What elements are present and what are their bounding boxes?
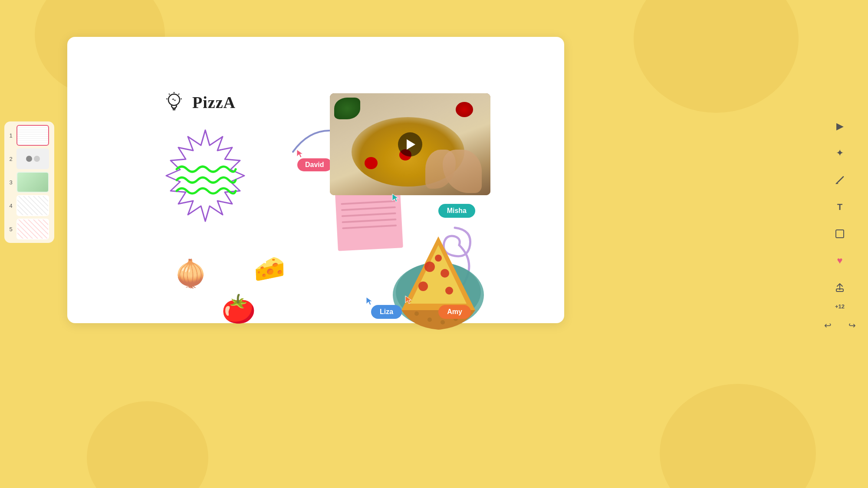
slide-number-5: 5 — [8, 226, 14, 233]
svg-point-18 — [427, 318, 432, 322]
sticky-line-3 — [342, 213, 396, 217]
redo-button[interactable]: ↪ — [841, 314, 863, 337]
liza-label: Liza — [371, 305, 402, 319]
magic-tool-button[interactable]: ✦ — [829, 142, 851, 164]
red-fruit — [456, 102, 473, 117]
more-tools-button[interactable]: +12 — [835, 303, 845, 310]
tomato-emoji: 🍅 — [221, 293, 256, 325]
slide-thumb-2[interactable] — [16, 148, 49, 169]
slides-panel: 1 2 3 4 5 — [4, 121, 54, 243]
canvas-title: PizzA — [192, 93, 236, 112]
slide-4-bg — [17, 196, 48, 215]
circle-light — [34, 156, 40, 162]
svg-point-16 — [435, 255, 442, 262]
bg-blob-bl — [87, 401, 208, 488]
undo-redo-group: ↩ ↪ — [816, 314, 863, 337]
bg-blob-br — [660, 384, 816, 488]
text-tool-button[interactable]: T — [829, 196, 851, 218]
heart-tool-button[interactable]: ♥ — [829, 249, 851, 272]
slide-thumb-3[interactable] — [16, 172, 49, 193]
slide-circles — [26, 156, 40, 162]
svg-point-14 — [418, 282, 428, 291]
slide-number-2: 2 — [8, 156, 14, 162]
slide-item-3[interactable]: 3 — [8, 172, 51, 193]
slide-item-2[interactable]: 2 — [8, 148, 51, 169]
play-button[interactable] — [398, 132, 422, 157]
slide-item-1[interactable]: 1 — [8, 125, 51, 146]
cursor-misha — [391, 193, 399, 205]
slide-item-4[interactable]: 4 — [8, 195, 51, 216]
cursor-liza — [365, 296, 373, 308]
svg-rect-22 — [836, 230, 844, 238]
slide-thumb-1-inner — [17, 126, 48, 145]
svg-point-12 — [424, 262, 435, 272]
right-toolbar: ▶ ✦ T ♥ +12 ↩ ↪ — [825, 115, 855, 337]
onion-emoji: 🧅 — [174, 258, 207, 289]
svg-line-4 — [178, 94, 179, 95]
svg-point-13 — [441, 269, 449, 278]
shape-tool-button[interactable] — [829, 223, 851, 245]
svg-line-6 — [169, 94, 170, 95]
slide-thumb-5[interactable] — [16, 219, 49, 239]
david-label: David — [297, 158, 332, 171]
cursor-tool-button[interactable]: ▶ — [829, 115, 851, 138]
misha-label: Misha — [438, 204, 475, 218]
svg-point-15 — [445, 287, 453, 295]
share-tool-button[interactable] — [829, 276, 851, 299]
slide-number-4: 4 — [8, 203, 14, 209]
squiggle-drawing — [172, 160, 240, 200]
green-leaf — [334, 98, 360, 119]
slide-5-bg — [17, 219, 48, 239]
sticky-line-4 — [342, 219, 396, 223]
title-area: PizzA — [163, 91, 236, 114]
sticky-line-1 — [341, 200, 395, 205]
video-thumbnail[interactable] — [330, 93, 490, 195]
amy-label: Amy — [438, 305, 471, 319]
bg-blob-tr — [634, 0, 799, 113]
lightbulb-icon — [163, 91, 185, 114]
cursor-amy — [404, 295, 412, 307]
svg-point-17 — [414, 311, 419, 316]
tomato-1 — [365, 157, 378, 169]
play-icon — [407, 139, 415, 150]
slide-thumb-4[interactable] — [16, 195, 49, 216]
cheese-emoji: 🧀 — [254, 254, 285, 283]
slide-3-bg — [17, 173, 48, 192]
pen-tool-button[interactable] — [829, 169, 851, 191]
slide-number-1: 1 — [8, 132, 14, 139]
main-canvas[interactable]: PizzA David — [67, 37, 564, 323]
undo-button[interactable]: ↩ — [816, 314, 839, 337]
circle-dark — [26, 156, 32, 162]
slide-thumb-1[interactable] — [16, 125, 49, 146]
pizza-slice-image[interactable] — [388, 223, 488, 332]
svg-point-19 — [441, 320, 445, 324]
slide-number-3: 3 — [8, 179, 14, 186]
slide-item-5[interactable]: 5 — [8, 219, 51, 239]
sticky-line-2 — [341, 206, 396, 211]
